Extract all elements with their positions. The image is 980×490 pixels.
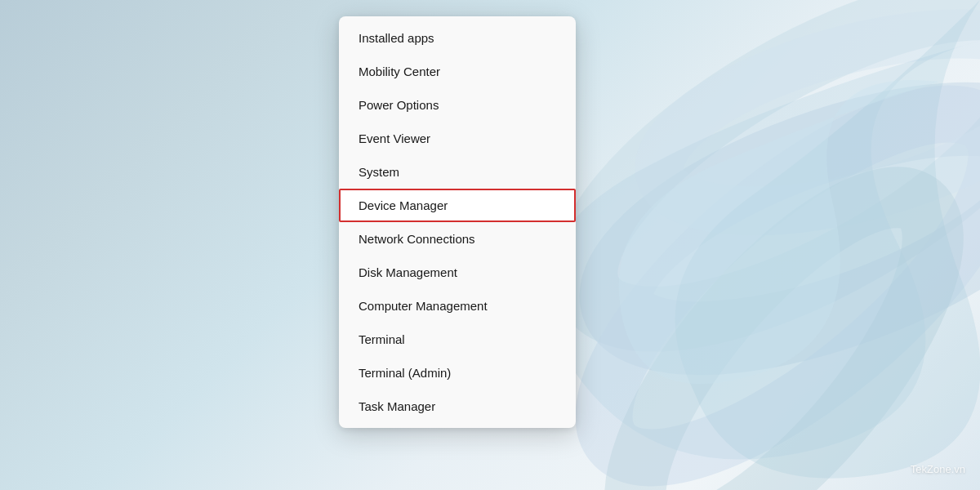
menu-item-system[interactable]: System <box>339 155 576 189</box>
menu-item-terminal-admin[interactable]: Terminal (Admin) <box>339 356 576 390</box>
menu-item-network-connections[interactable]: Network Connections <box>339 222 576 256</box>
menu-item-device-manager[interactable]: Device Manager <box>339 189 576 222</box>
menu-item-terminal[interactable]: Terminal <box>339 323 576 356</box>
menu-item-task-manager[interactable]: Task Manager <box>339 390 576 423</box>
menu-item-disk-management[interactable]: Disk Management <box>339 256 576 289</box>
context-menu: Installed appsMobility CenterPower Optio… <box>339 16 576 428</box>
watermark: TekZone.vn <box>911 463 965 475</box>
menu-item-installed-apps[interactable]: Installed apps <box>339 21 576 55</box>
menu-item-power-options[interactable]: Power Options <box>339 88 576 122</box>
menu-item-computer-management[interactable]: Computer Management <box>339 289 576 323</box>
menu-item-mobility-center[interactable]: Mobility Center <box>339 55 576 88</box>
menu-item-event-viewer[interactable]: Event Viewer <box>339 122 576 155</box>
